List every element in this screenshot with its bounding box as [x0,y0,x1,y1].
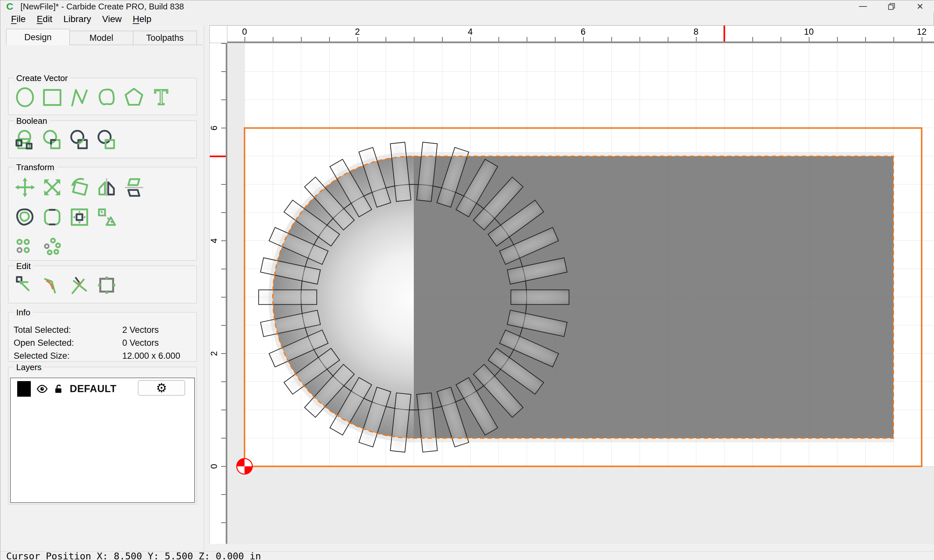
ruler-tick [221,522,226,523]
menu-help[interactable]: Help [127,14,157,24]
menu-file[interactable]: File [6,14,31,24]
text-button[interactable]: T [149,85,173,109]
inset-button[interactable] [68,204,91,230]
mirror-button[interactable] [95,174,119,200]
svg-text:T: T [154,86,168,109]
info-title: Info [14,308,33,318]
ruler-tick [221,353,226,354]
menu-view[interactable]: View [97,14,127,24]
boolean-union-icon [13,128,37,152]
ruler-tick [809,37,809,42]
cursor-y-mark [210,155,226,157]
rectangle-icon [40,86,64,109]
fillet-icon [40,274,64,297]
rotate-button[interactable] [68,174,91,200]
polygon-button[interactable] [122,85,146,109]
circular-array-button[interactable] [40,234,64,260]
ruler-tick [221,297,226,297]
layers-title: Layers [14,362,44,372]
info-label: Selected Size: [14,349,122,362]
linear-array-button[interactable] [13,234,37,260]
minimize-button[interactable] [849,0,877,12]
mirror-icon [95,175,119,199]
layer-name: DEFAULT [70,383,116,395]
trim-button[interactable] [95,204,119,230]
resize-button[interactable] [95,273,119,297]
layer-color-swatch[interactable] [17,381,31,397]
layer-row[interactable]: DEFAULT ⚙ [11,378,194,400]
break-icon [68,274,91,297]
minimize-icon [859,6,867,7]
ruler-number: 6 [581,27,586,37]
ruler-tick [385,37,386,42]
node-edit-icon [13,274,37,297]
restore-button[interactable] [877,0,906,12]
flip-icon [122,175,146,199]
round-corners-button[interactable] [40,204,64,230]
window-controls: ✕ [849,0,934,12]
ruler-tick [221,466,226,467]
info-row: Open Selected:0 Vectors [14,336,197,349]
tab-design[interactable]: Design [6,29,70,45]
ruler-tick [221,382,226,382]
boolean-subtract-icon [40,128,64,152]
info-group: Info Total Selected:2 VectorsOpen Select… [8,312,197,362]
cursor-position-readout: Cursor Position X: 8.500 Y: 5.500 Z: 0.0… [0,551,261,560]
boolean-intersect-button[interactable] [68,128,91,152]
ruler-number: 2 [210,351,219,356]
ruler-tick [696,37,697,42]
curve-icon [95,86,119,109]
create-vector-title: Create Vector [14,73,70,83]
ruler-number: 10 [804,27,814,37]
app-logo-icon: C [5,2,15,11]
close-button[interactable]: ✕ [906,0,934,12]
boolean-union-button[interactable] [13,128,37,152]
design-canvas[interactable] [227,43,934,544]
flip-button[interactable] [122,174,146,200]
ruler-tick [221,325,226,326]
polyline-icon [68,86,91,109]
origin-marker[interactable] [237,458,252,474]
layers-group: Layers DEFAULT ⚙ [8,367,197,505]
boolean-xor-button[interactable] [95,128,119,152]
tab-bar: DesignModelToolpaths [6,29,202,45]
circle-button[interactable] [13,85,37,109]
menu-library[interactable]: Library [58,14,97,24]
ruler-tick [894,37,894,42]
circle-icon [13,86,37,109]
move-button[interactable] [13,174,37,200]
ruler-tick [583,37,584,42]
ruler-tick [221,43,226,44]
polygon-icon [122,86,146,109]
fillet-button[interactable] [40,273,64,297]
layer-settings-button[interactable]: ⚙ [138,380,185,396]
layers-list: DEFAULT ⚙ [10,377,195,503]
menu-edit[interactable]: Edit [31,14,58,24]
rotate-icon [68,175,91,199]
node-edit-button[interactable] [13,273,37,297]
move-icon [13,175,37,199]
ruler-tick [221,71,226,72]
ruler-tick [245,37,245,42]
ruler-tick [221,494,226,495]
offset-button[interactable] [13,204,37,230]
layer-unlocked-icon[interactable] [53,383,65,395]
break-button[interactable] [68,273,91,297]
info-rows: Total Selected:2 VectorsOpen Selected:0 … [8,312,197,362]
boolean-subtract-button[interactable] [40,128,64,152]
tab-toolpaths[interactable]: Toolpaths [133,31,197,45]
transform-tool-row [8,200,197,230]
ruler-tick [442,37,443,42]
statusbar: Cursor Position X: 8.500 Y: 5.500 Z: 0.0… [0,551,934,560]
trim-icon [95,205,119,229]
edit-tools [8,266,197,297]
info-label: Open Selected: [14,336,122,349]
tab-model[interactable]: Model [70,31,133,45]
rectangle-button[interactable] [40,85,64,109]
scale-button[interactable] [40,174,64,200]
ruler-tick [358,37,358,42]
curve-button[interactable] [95,85,119,109]
ruler-number: 0 [242,27,247,37]
polyline-button[interactable] [68,85,91,109]
layer-visible-eye-icon[interactable] [36,383,48,395]
